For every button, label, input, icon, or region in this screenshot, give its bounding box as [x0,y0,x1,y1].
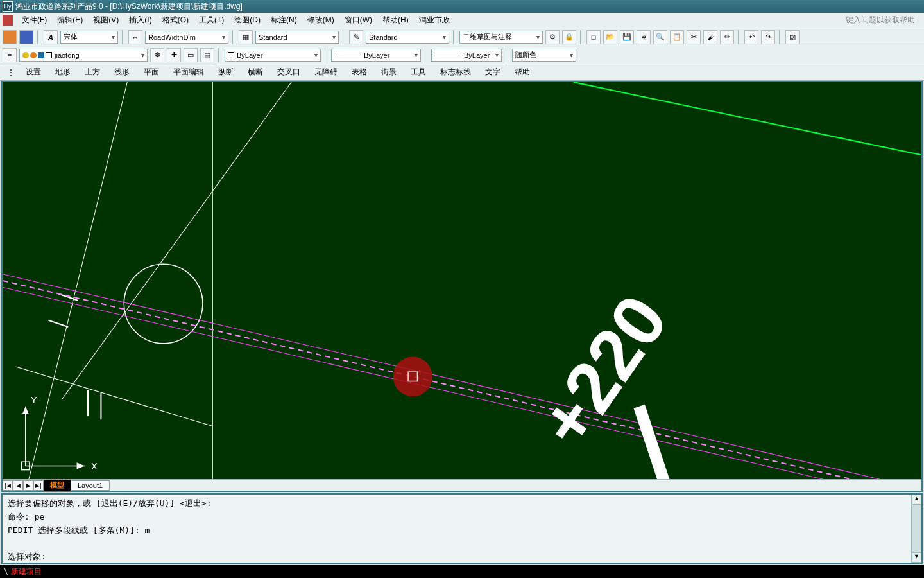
undo-button[interactable]: ↶ [744,30,758,44]
separator [343,30,345,44]
font-value: 宋体 [64,32,78,42]
mod-text[interactable]: 文字 [479,65,507,80]
separator [218,48,221,62]
tab-nav-first[interactable]: |◀ [3,480,13,491]
font-dropdown[interactable]: 宋体 [60,31,118,44]
mod-earthwork[interactable]: 土方 [78,65,107,80]
tab-model[interactable]: 模型 [43,479,71,491]
sun-icon [30,52,37,58]
menu-insert[interactable]: 插入(I) [124,13,157,28]
help-search-prompt[interactable]: 键入问题以获取帮助 [846,15,921,26]
mod-planedit[interactable]: 平面编辑 [167,65,210,80]
save-button[interactable]: 💾 [620,30,634,44]
menu-help[interactable]: 帮助(H) [377,13,414,28]
drawing-canvas[interactable]: +220 X Y [3,82,921,479]
scroll-track[interactable] [912,505,921,552]
status-seg-2: 新建项目 [11,566,42,577]
text-style-button[interactable]: A [44,30,58,44]
mod-cross[interactable]: 横断 [241,65,270,80]
layout-tabs: |◀ ◀ ▶ ▶| 模型 Layout1 [3,479,921,491]
command-text[interactable]: 选择要偏移的对象，或 [退出(E)/放弃(U)] <退出>: 命令: pe PE… [3,495,911,563]
color-dropdown[interactable]: ByLayer [225,49,321,62]
separator [779,30,782,44]
menu-hongye[interactable]: 鸿业市政 [414,13,455,28]
tool-icon-1[interactable] [3,30,17,44]
dimstyle-dropdown[interactable]: RoadWidthDim [145,31,228,44]
color-swatch-icon [46,52,52,58]
menu-draw[interactable]: 绘图(D) [229,13,266,28]
menu-file[interactable]: 文件(F) [17,13,52,28]
layer-tool-4[interactable]: ▤ [200,48,214,62]
mod-help[interactable]: 帮助 [508,65,536,80]
mod-tools[interactable]: 工具 [404,65,432,80]
tool-icon-2[interactable] [19,30,33,44]
mleaderstyle-dropdown[interactable]: Standard [366,31,449,44]
cut-button[interactable]: ✂ [687,30,701,44]
command-scrollbar[interactable]: ▲ ▼ [911,495,921,563]
tab-nav-last[interactable]: ▶| [33,480,44,491]
lineweight-value: ByLayer [464,51,490,59]
print-button[interactable]: 🖨 [637,30,651,44]
workspace-settings-button[interactable]: ⚙ [545,30,560,44]
mod-plan[interactable]: 平面 [137,65,166,80]
mod-signs[interactable]: 标志标线 [434,65,477,80]
mod-alignment[interactable]: 线形 [108,65,136,80]
tab-nav-next[interactable]: ▶ [23,480,33,491]
tab-nav-prev[interactable]: ◀ [13,480,23,491]
mod-barrier[interactable]: 无障碍 [308,65,344,80]
toolbar-row-1: A 宋体 ↔ RoadWidthDim ▦ Standard ✎ Standar… [0,28,924,46]
menu-window[interactable]: 窗口(W) [339,13,377,28]
lineweight-dropdown[interactable]: ByLayer [431,49,502,62]
layer-tool-3[interactable]: ▭ [184,48,198,62]
lineweight-sample [434,55,460,55]
separator [37,30,40,44]
menu-modify[interactable]: 修改(M) [302,13,339,28]
tab-layout1[interactable]: Layout1 [71,480,110,491]
scroll-up-icon[interactable]: ▲ [912,495,921,505]
mod-street[interactable]: 街景 [375,65,403,80]
brush-button[interactable]: ✏ [720,30,734,44]
menu-view[interactable]: 视图(V) [88,13,124,28]
workspace-lock-button[interactable]: 🔒 [562,30,576,44]
svg-marker-17 [22,407,29,414]
layer-tool-2[interactable]: ✚ [167,48,181,62]
dimstyle-button[interactable]: ↔ [128,30,142,44]
doc-icon[interactable] [3,15,13,26]
workspace-dropdown[interactable]: 二维草图与注释 [459,31,543,44]
mod-profile[interactable]: 纵断 [212,65,240,80]
match-button[interactable]: 🖌 [703,30,717,44]
linetype-dropdown[interactable]: ByLayer [331,49,421,62]
menu-dim[interactable]: 标注(N) [266,13,302,28]
mod-settings[interactable]: 设置 [19,65,47,80]
title-bar: Hy 鸿业市政道路系列产品9.0 - [D:\HySzWork\新建项目\新建项… [0,0,924,13]
open-button[interactable]: 📂 [603,30,617,44]
menu-edit[interactable]: 编辑(E) [52,13,88,28]
command-window: 选择要偏移的对象，或 [退出(E)/放弃(U)] <退出>: 命令: pe PE… [1,493,923,564]
tablestyle-dropdown[interactable]: Standard [255,31,339,44]
module-handle[interactable]: ⋮ [4,68,18,77]
new-button[interactable]: □ [586,30,601,44]
scroll-down-icon[interactable]: ▼ [912,552,921,563]
menu-tools[interactable]: 工具(T) [194,13,229,28]
mleaderstyle-value: Standard [369,33,398,41]
svg-line-10 [3,274,921,479]
menu-format[interactable]: 格式(O) [157,13,194,28]
layers-button[interactable]: ≡ [3,48,17,62]
mod-intersect[interactable]: 交叉口 [271,65,307,80]
mleaderstyle-button[interactable]: ✎ [349,30,363,44]
module-toolbar: ⋮ 设置 地形 土方 线形 平面 平面编辑 纵断 横断 交叉口 无障碍 表格 街… [0,64,924,81]
window-title: 鸿业市政道路系列产品9.0 - [D:\HySzWork\新建项目\新建项目.d… [15,1,243,12]
layer-tool-1[interactable]: ❄ [150,48,164,62]
plot-preview-button[interactable]: 🔍 [653,30,667,44]
publish-button[interactable]: 📋 [670,30,684,44]
svg-point-13 [393,356,432,396]
extra-button[interactable]: ▧ [785,30,800,44]
redo-button[interactable]: ↷ [761,30,775,44]
tablestyle-button[interactable]: ▦ [239,30,253,44]
dimstyle-value: RoadWidthDim [148,33,196,41]
plotstyle-dropdown[interactable]: 随颜色 [512,49,576,62]
ucs-x-label: X [91,461,98,471]
mod-terrain[interactable]: 地形 [49,65,77,80]
mod-table[interactable]: 表格 [345,65,373,80]
layer-dropdown[interactable]: jiaotong [19,49,148,62]
